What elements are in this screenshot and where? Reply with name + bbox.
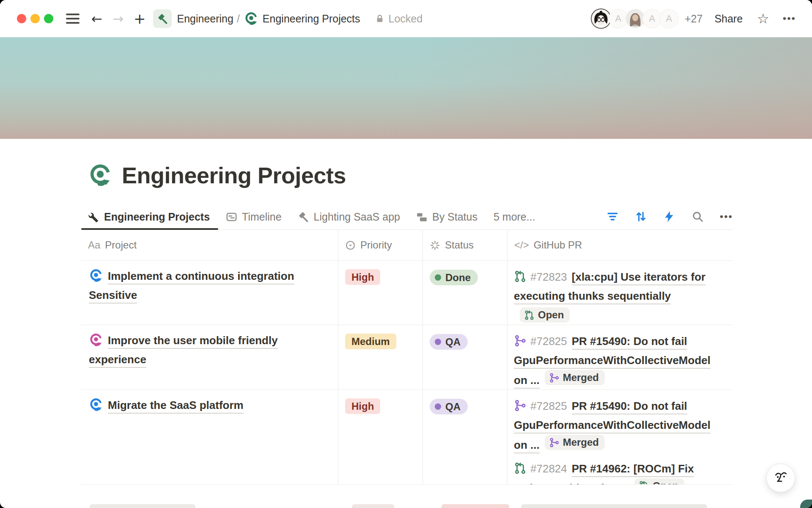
table-row: Migrate the SaaS platformHighQA#72825PR … — [81, 390, 733, 485]
priority-chip[interactable]: High — [345, 398, 380, 414]
view-more-options-icon[interactable]: ••• — [720, 211, 733, 223]
priority-chip[interactable]: Medium — [345, 334, 396, 349]
pr-link[interactable]: an issue with Softmax — [514, 482, 629, 485]
pr-state-chip[interactable]: Merged — [545, 370, 605, 385]
tab-by-status[interactable]: By Status — [409, 211, 486, 229]
priority-cell[interactable]: High — [338, 390, 423, 484]
zoom-window-button[interactable] — [44, 14, 53, 23]
breadcrumb-root-page-icon[interactable] — [153, 9, 172, 28]
more-options-icon[interactable]: ••• — [783, 13, 796, 25]
app-window: ← → + Engineering / Engineering Projects… — [0, 0, 812, 508]
project-page-link[interactable]: Implement a continuous integrationSensit… — [89, 270, 294, 301]
github-pr-cell[interactable]: #72823[xla:cpu] Use iterators forexecuti… — [508, 261, 733, 325]
tab-label: By Status — [432, 211, 477, 223]
avatar-illustration — [592, 9, 610, 28]
clipped-status-placeholder — [442, 504, 509, 508]
clipped-priority-placeholder — [352, 504, 394, 508]
avatar-overflow-count[interactable]: +27 — [685, 13, 702, 25]
project-page-link[interactable]: Migrate the SaaS platform — [89, 399, 244, 411]
table-row: Improve the user mobile friendlyexperien… — [81, 325, 733, 390]
project-title-line[interactable]: experience — [89, 353, 146, 368]
tab-timeline[interactable]: Timeline — [218, 211, 290, 229]
status-chip[interactable]: QA — [430, 334, 468, 350]
lightning-icon[interactable] — [663, 210, 675, 223]
share-button[interactable]: Share — [714, 13, 743, 25]
column-header-status[interactable]: Status — [423, 230, 508, 260]
pr-link[interactable]: [xla:cpu] Use iterators for — [572, 271, 705, 285]
priority-cell[interactable]: Medium — [338, 325, 423, 389]
clipped-project-placeholder — [90, 504, 195, 508]
pr-link[interactable]: GpuPerformanceWithCollectiveModel — [514, 419, 710, 433]
cycle-page-icon[interactable] — [88, 163, 112, 188]
notion-ai-button[interactable] — [766, 464, 795, 492]
avatar[interactable] — [591, 8, 611, 29]
minimize-window-button[interactable] — [30, 14, 40, 23]
project-title-line[interactable]: Improve the user mobile friendly — [108, 334, 278, 349]
search-icon[interactable] — [691, 210, 704, 223]
status-chip[interactable]: Done — [430, 270, 478, 285]
breadcrumb-root[interactable]: Engineering — [177, 13, 233, 25]
status-chip[interactable]: QA — [430, 399, 468, 414]
pr-link[interactable]: on ... — [514, 439, 540, 453]
project-cell[interactable]: Migrate the SaaS platform — [81, 390, 338, 484]
page-content: Engineering Projects Engineering Project… — [81, 160, 733, 508]
project-title-line[interactable]: Sensitive — [89, 289, 137, 304]
pr-link[interactable]: PR #15490: Do not fail — [572, 400, 687, 414]
tab-lighting-saas-app[interactable]: Lighting SaaS app — [290, 211, 409, 229]
close-window-button[interactable] — [17, 14, 26, 23]
table-header-row: AaProjectPriorityStatus</>GitHub PR — [81, 230, 733, 261]
sidebar-toggle-icon[interactable] — [66, 14, 80, 24]
github-pr-cell[interactable]: #72825PR #15490: Do not failGpuPerforman… — [508, 390, 733, 484]
pr-entry: #72825PR #15490: Do not failGpuPerforman… — [514, 397, 727, 455]
pr-link[interactable]: GpuPerformanceWithCollectiveModel — [514, 354, 710, 369]
back-icon[interactable]: ← — [91, 12, 102, 25]
favorite-star-icon[interactable]: ☆ — [757, 11, 769, 27]
priority-chip[interactable]: High — [345, 269, 380, 285]
pr-merged-icon — [514, 399, 527, 412]
github-pr-cell[interactable]: #72825PR #15490: Do not failGpuPerforman… — [508, 325, 733, 389]
project-title-line[interactable]: Implement a continuous integration — [108, 270, 294, 284]
pr-link[interactable]: on ... — [514, 374, 540, 389]
pr-link[interactable]: executing thunks sequentially — [514, 290, 671, 304]
column-header-priority[interactable]: Priority — [338, 230, 423, 260]
avatar[interactable]: A — [659, 9, 679, 28]
column-header-github-pr[interactable]: </>GitHub PR — [508, 230, 733, 260]
pr-number: #72825 — [530, 400, 567, 412]
view-tabs: Engineering ProjectsTimelineLighting Saa… — [81, 211, 606, 229]
pr-state-chip[interactable]: Merged — [545, 435, 605, 450]
traffic-lights — [17, 14, 53, 23]
project-cell[interactable]: Improve the user mobile friendlyexperien… — [81, 325, 338, 389]
tab-more-views[interactable]: 5 more... — [486, 211, 544, 229]
project-page-link[interactable]: Improve the user mobile friendlyexperien… — [89, 334, 278, 366]
pr-state-chip[interactable]: Open — [520, 307, 570, 323]
status-label: QA — [445, 335, 461, 348]
status-cell[interactable]: Done — [423, 261, 508, 325]
breadcrumb-current[interactable]: Engineering Projects — [263, 13, 360, 25]
project-cell[interactable]: Implement a continuous integrationSensit… — [81, 261, 338, 325]
status-dot-icon — [435, 339, 441, 345]
ai-face-icon — [773, 470, 789, 486]
status-cell[interactable]: QA — [423, 390, 508, 484]
sort-icon[interactable] — [635, 210, 647, 223]
forward-icon[interactable]: → — [112, 12, 123, 25]
database-table: AaProjectPriorityStatus</>GitHub PR Impl… — [81, 230, 733, 508]
page-title[interactable]: Engineering Projects — [122, 162, 346, 188]
column-label: Priority — [360, 239, 392, 251]
project-title-line[interactable]: Migrate the SaaS platform — [108, 399, 244, 414]
pr-link[interactable]: PR #14962: [ROCm] Fix — [572, 462, 694, 477]
pr-state-chip[interactable]: Open — [634, 478, 684, 485]
priority-cell[interactable]: High — [338, 261, 423, 325]
new-page-icon[interactable]: + — [134, 11, 146, 26]
column-header-project[interactable]: AaProject — [81, 230, 338, 260]
pr-link[interactable]: PR #15490: Do not fail — [572, 335, 687, 350]
pr-entry: #72824PR #14962: [ROCm] Fixan issue with… — [514, 459, 727, 485]
cycle-page-icon — [89, 268, 103, 283]
locked-toggle[interactable]: Locked — [375, 13, 423, 25]
filter-icon[interactable] — [606, 210, 619, 223]
tab-engineering-projects[interactable]: Engineering Projects — [81, 211, 218, 229]
pr-chip-line: Open — [520, 307, 727, 325]
status-cell[interactable]: QA — [423, 325, 508, 389]
page-cover — [0, 37, 812, 139]
pr-entry: #72825PR #15490: Do not failGpuPerforman… — [514, 332, 727, 390]
cycle-page-icon[interactable] — [244, 11, 258, 26]
